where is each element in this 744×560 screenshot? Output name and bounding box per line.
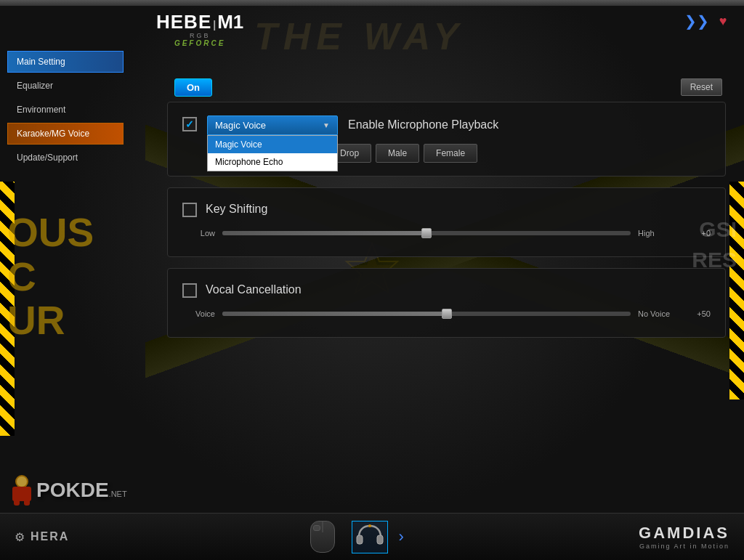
svg-rect-3 [377, 535, 383, 544]
dropdown-arrow-icon: ▼ [323, 121, 330, 129]
header-logo: HEBE | M1 RGB GEFORCE [156, 11, 243, 47]
reset-button[interactable]: Reset [681, 78, 722, 96]
bottom-center-devices: › [304, 521, 404, 553]
svg-point-4 [368, 524, 371, 527]
vocal-cancellation-slider-fill [222, 312, 447, 316]
key-shifting-slider[interactable] [222, 231, 631, 235]
sidebar-item-update[interactable]: Update/Support [7, 147, 124, 169]
dropdown-selected-item[interactable]: Magic Voice ▼ [207, 115, 338, 135]
app-window: THE WAY OUSCUR GSIRES HEBE | M1 RGB GEFO… [0, 0, 744, 560]
device-headset-button[interactable] [352, 521, 388, 553]
gear-icon: ⚙ [15, 530, 25, 544]
gamdias-logo: GAMDIAS Gaming Art in Motion [639, 524, 729, 550]
left-text-deco: OUSCUR [7, 211, 94, 343]
vocal-cancellation-slider[interactable] [222, 312, 631, 316]
magic-voice-dropdown: Magic Voice ▼ Magic Voice Microphone Ech… [207, 115, 338, 135]
next-device-button[interactable]: › [399, 527, 404, 546]
vocal-cancellation-voice-label: Voice [182, 309, 215, 318]
preset-male-button[interactable]: Male [376, 144, 419, 163]
top-right-icons: ❯❯ ♥ [687, 11, 733, 31]
sidebar-item-main-setting[interactable]: Main Setting [7, 51, 124, 73]
hera-label: HERA [31, 530, 69, 543]
enable-microphone-checkbox[interactable] [182, 117, 197, 131]
logo-separator: | [213, 19, 216, 31]
dropdown-item-mic-echo[interactable]: Microphone Echo [208, 153, 337, 171]
enable-microphone-label: Enable Microphone Playback [348, 115, 498, 131]
logo-rgb: RGB [190, 32, 211, 39]
sidebar: Main Setting Equalizer Environment Karao… [7, 51, 131, 171]
mouse-shape [310, 521, 335, 553]
key-shifting-slider-fill [222, 231, 426, 235]
vocal-cancellation-novoice-label: No Voice [638, 309, 682, 318]
key-shifting-slider-thumb[interactable] [421, 228, 432, 238]
vocal-cancellation-header: Vocal Cancellation [182, 282, 711, 298]
svg-rect-2 [357, 535, 363, 544]
gamdias-sub-label: Gaming Art in Motion [639, 543, 729, 550]
dropdown-menu: Magic Voice Microphone Echo [207, 135, 338, 171]
key-shifting-checkbox[interactable] [182, 203, 197, 217]
theway-text: THE WAY [254, 15, 464, 58]
key-shifting-header: Key Shifting [182, 201, 711, 217]
sidebar-item-environment[interactable]: Environment [7, 99, 124, 121]
logo-hebe: HEBE [156, 11, 211, 33]
bottom-left: ⚙ HERA [15, 530, 69, 544]
preset-female-button[interactable]: Female [424, 144, 477, 163]
device-mouse-button[interactable] [304, 521, 341, 553]
key-shifting-panel: Key Shifting Low High +0 [167, 187, 726, 257]
key-shifting-low-label: Low [182, 229, 215, 238]
vocal-cancellation-value: +50 [689, 309, 711, 318]
sidebar-item-equalizer[interactable]: Equalizer [7, 75, 124, 97]
on-button[interactable]: On [174, 78, 212, 97]
vocal-cancellation-title: Vocal Cancellation [206, 283, 302, 296]
magic-voice-panel: Magic Voice ▼ Magic Voice Microphone Ech… [167, 102, 726, 176]
heart-icon[interactable]: ♥ [713, 11, 733, 31]
key-shifting-high-label: High [638, 229, 682, 238]
main-content: Magic Voice ▼ Magic Voice Microphone Ech… [167, 102, 726, 509]
dropdown-value: Magic Voice [215, 120, 266, 131]
gamdias-label: GAMDIAS [639, 524, 729, 543]
forward-icon[interactable]: ❯❯ [687, 11, 707, 31]
pokde-character [11, 475, 33, 506]
dropdown-item-magic-voice[interactable]: Magic Voice [208, 136, 337, 153]
pokde-watermark: POKDE .NET [11, 475, 127, 506]
vocal-cancellation-panel: Vocal Cancellation Voice No Voice +50 [167, 268, 726, 338]
top-border [0, 0, 744, 6]
headset-svg [355, 522, 385, 551]
magic-voice-row: Magic Voice ▼ Magic Voice Microphone Ech… [182, 115, 711, 135]
logo-geforce: GEFORCE [174, 39, 225, 47]
pokde-logo: POKDE .NET [36, 479, 127, 502]
logo-m1: M1 [217, 11, 243, 33]
key-shifting-slider-row: Low High +0 [182, 229, 711, 238]
bottom-bar: ⚙ HERA [0, 513, 744, 560]
right-text-deco: GSIRES [692, 214, 737, 275]
vocal-cancellation-checkbox[interactable] [182, 283, 197, 298]
vocal-cancellation-slider-row: Voice No Voice +50 [182, 309, 711, 318]
key-shifting-title: Key Shifting [206, 203, 267, 216]
vocal-cancellation-slider-thumb[interactable] [442, 309, 452, 319]
sidebar-item-karaoke[interactable]: Karaoke/MG Voice [7, 123, 124, 145]
